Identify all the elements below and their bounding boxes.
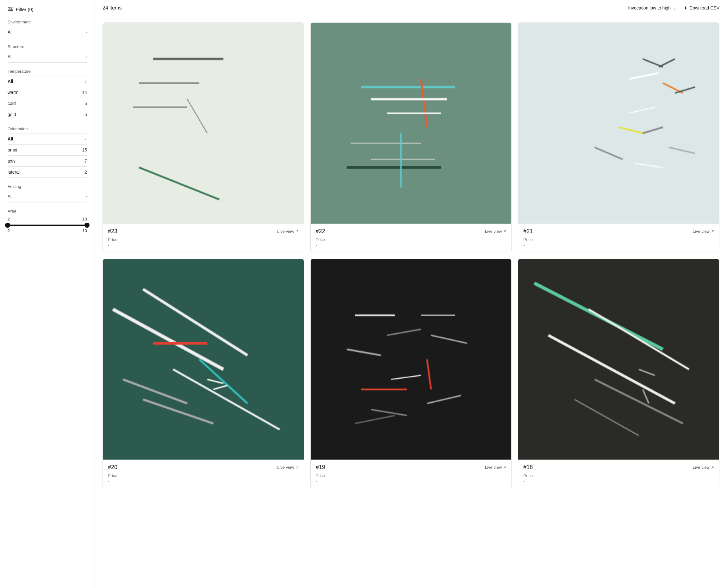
card-price-label: Price (108, 473, 299, 478)
orientation-option-omni[interactable]: omni 15 (7, 145, 87, 155)
card-body: #18 Live view ↗ Price - (518, 460, 719, 488)
art-canvas (103, 259, 304, 460)
live-view-link[interactable]: Live view ↗ (485, 465, 506, 470)
temperature-option-warm[interactable]: warm 14 (7, 87, 87, 98)
header-actions: Invocation low to high ⌄ ⬇ Download CSV (628, 5, 720, 10)
live-view-link[interactable]: Live view ↗ (277, 229, 298, 234)
sort-label: Invocation low to high (628, 5, 671, 10)
temperature-option-all[interactable]: All ∨ (7, 76, 87, 87)
card-body: #22 Live view ↗ Price - (311, 224, 512, 252)
filter-icon (7, 6, 13, 12)
download-arrow-icon: ⬇ (684, 6, 687, 10)
environment-filter-row[interactable]: All › (7, 26, 87, 38)
card-price-value: - (316, 479, 506, 484)
temperature-warm-label: warm (7, 90, 18, 95)
temperature-option-gold[interactable]: gold 5 (7, 109, 87, 120)
sidebar: Filter (0) Environment All › Structure A… (0, 0, 95, 588)
sort-arrow-icon: ⌄ (672, 5, 677, 10)
grid-container: #23 Live view ↗ Price - #22 Live view (95, 16, 727, 588)
download-csv-button[interactable]: ⬇ Download CSV (684, 5, 720, 10)
card-image (518, 259, 719, 460)
temperature-cold-count: 5 (84, 101, 87, 106)
filter-header: Filter (0) (7, 6, 87, 12)
svg-point-5 (9, 10, 11, 12)
filter-section-orientation: Orientation All ∨ omni 15 axis 7 lateral… (7, 127, 87, 178)
slider-min-label: 2 (7, 217, 10, 222)
card-price-value: - (316, 243, 506, 248)
slider-bottom-max: 10 (83, 228, 87, 233)
card-top: #20 Live view ↗ (108, 464, 299, 471)
card-price-label: Price (316, 473, 506, 478)
folding-chevron: › (85, 194, 87, 199)
orientation-option-lateral[interactable]: lateral 2 (7, 167, 87, 178)
live-view-link[interactable]: Live view ↗ (277, 465, 298, 470)
temperature-expanded: All ∨ warm 14 cold 5 gold 5 (7, 76, 87, 120)
card-body: #23 Live view ↗ Price - (103, 224, 304, 252)
environment-chevron: › (85, 29, 87, 35)
card-price-value: - (108, 243, 299, 248)
filter-section-structure: Structure All › (7, 44, 87, 63)
card-image (103, 259, 304, 460)
card-number: #18 (523, 464, 533, 471)
slider-thumb-right[interactable] (84, 223, 89, 228)
temperature-option-cold[interactable]: cold 5 (7, 98, 87, 109)
art-canvas (311, 23, 512, 224)
area-label: Area (7, 209, 87, 213)
card-price-value: - (108, 479, 299, 484)
temperature-gold-label: gold (7, 112, 16, 117)
card-21: #21 Live view ↗ Price - (518, 22, 720, 252)
card-price-label: Price (316, 237, 506, 242)
card-number: #23 (108, 228, 117, 235)
orientation-omni-label: omni (7, 147, 17, 152)
orientation-all-label: All (7, 136, 13, 141)
card-22: #22 Live view ↗ Price - (310, 22, 512, 252)
slider-bottom-min: 2 (7, 228, 10, 233)
external-link-icon: ↗ (711, 229, 714, 233)
live-view-label: Live view (485, 465, 502, 470)
card-image (311, 23, 512, 224)
external-link-icon: ↗ (295, 465, 299, 470)
live-view-label: Live view (693, 465, 710, 470)
folding-filter-row[interactable]: All › (7, 191, 87, 203)
orientation-option-axis[interactable]: axis 7 (7, 155, 87, 167)
orientation-axis-label: axis (7, 159, 16, 164)
card-top: #21 Live view ↗ (523, 228, 714, 235)
temperature-gold-count: 5 (84, 112, 87, 117)
filter-section-folding: Folding All › (7, 184, 87, 203)
card-top: #18 Live view ↗ (523, 464, 714, 471)
live-view-link[interactable]: Live view ↗ (693, 229, 714, 234)
environment-value: All (7, 29, 13, 35)
slider-fill (7, 225, 87, 226)
orientation-option-all[interactable]: All ∨ (7, 133, 87, 145)
card-number: #20 (108, 464, 117, 471)
live-view-label: Live view (277, 229, 294, 234)
structure-filter-row[interactable]: All › (7, 51, 87, 63)
structure-value: All (7, 54, 13, 59)
external-link-icon: ↗ (711, 465, 714, 470)
temperature-warm-count: 14 (82, 90, 87, 95)
svg-point-3 (9, 7, 10, 8)
filter-section-environment: Environment All › (7, 20, 87, 38)
slider-range-labels: 2 10 (7, 217, 87, 222)
card-body: #19 Live view ↗ Price - (311, 460, 512, 488)
temperature-label: Temperature (7, 69, 87, 74)
slider-thumb-left[interactable] (5, 223, 10, 228)
card-top: #22 Live view ↗ (316, 228, 506, 235)
structure-chevron: › (85, 54, 87, 59)
cards-grid: #23 Live view ↗ Price - #22 Live view (103, 22, 720, 488)
main-header: 24 items Invocation low to high ⌄ ⬇ Down… (95, 0, 727, 16)
svg-point-4 (11, 8, 12, 10)
card-price-value: - (523, 243, 714, 248)
card-18: #18 Live view ↗ Price - (518, 259, 720, 489)
app-container: Filter (0) Environment All › Structure A… (0, 0, 727, 588)
card-top: #19 Live view ↗ (316, 464, 506, 471)
card-price-value: - (523, 479, 714, 484)
card-price-label: Price (108, 237, 299, 242)
orientation-axis-count: 7 (84, 159, 87, 164)
live-view-link[interactable]: Live view ↗ (485, 229, 506, 234)
orientation-expanded: All ∨ omni 15 axis 7 lateral 2 (7, 133, 87, 178)
live-view-link[interactable]: Live view ↗ (693, 465, 714, 470)
card-body: #20 Live view ↗ Price - (103, 460, 304, 488)
sort-select[interactable]: Invocation low to high ⌄ (628, 5, 677, 10)
orientation-lateral-count: 2 (84, 170, 87, 174)
